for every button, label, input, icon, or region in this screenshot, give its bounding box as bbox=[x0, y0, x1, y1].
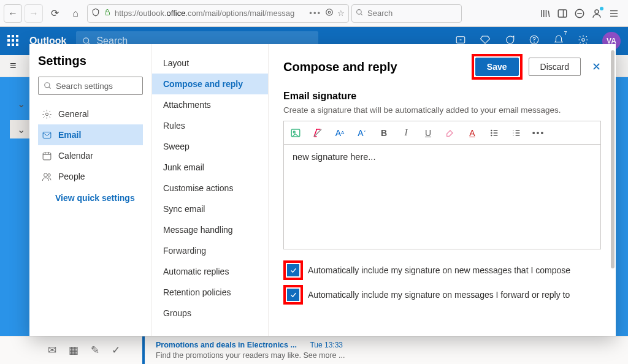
svg-point-21 bbox=[491, 132, 492, 133]
sub-rules[interactable]: Rules bbox=[152, 115, 268, 136]
section-title: Email signature bbox=[283, 91, 601, 102]
tasks-rail-icon[interactable]: ✓ bbox=[112, 344, 120, 357]
settings-search-input[interactable]: Search settings bbox=[38, 77, 143, 95]
browser-search-input[interactable]: Search bbox=[351, 4, 462, 23]
sub-compose-and-reply[interactable]: Compose and reply bbox=[152, 74, 268, 94]
forward-button[interactable]: → bbox=[25, 4, 43, 23]
italic-icon[interactable]: I bbox=[400, 127, 412, 138]
category-email[interactable]: Email bbox=[38, 124, 143, 145]
peek-message[interactable]: Promotions and deals in Electronics ... … bbox=[156, 340, 345, 360]
more-icon[interactable]: ••• bbox=[309, 9, 321, 18]
unread-indicator bbox=[142, 336, 145, 364]
signature-textarea[interactable]: new signature here... bbox=[284, 145, 600, 249]
settings-modal: Settings Search settings General Email C… bbox=[29, 44, 616, 336]
rail-chevron-2[interactable]: ⌄ bbox=[10, 120, 32, 138]
url-bar[interactable]: https://outlook.office.com/mail/options/… bbox=[87, 4, 349, 23]
url-text: https://outlook.office.com/mail/options/… bbox=[115, 9, 294, 18]
svg-point-16 bbox=[44, 173, 48, 176]
sub-sync-email[interactable]: Sync email bbox=[152, 199, 268, 219]
peek-time: Tue 13:33 bbox=[310, 341, 343, 349]
hamburger-icon[interactable]: ≡ bbox=[10, 59, 17, 72]
save-highlight: Save bbox=[472, 54, 523, 80]
reload-button[interactable]: ⟳ bbox=[45, 4, 64, 23]
svg-point-17 bbox=[48, 173, 50, 176]
mail-rail-icon[interactable]: ✉ bbox=[48, 344, 56, 357]
category-people[interactable]: People bbox=[38, 166, 143, 187]
message-peek-row: ✉ ▦ ✎ ✓ Promotions and deals in Electron… bbox=[0, 336, 628, 364]
more-options-icon[interactable]: ••• bbox=[533, 127, 544, 138]
svg-rect-15 bbox=[43, 153, 51, 159]
include-new-checkbox[interactable] bbox=[287, 264, 299, 276]
category-general[interactable]: General bbox=[38, 104, 143, 124]
sub-automatic-replies[interactable]: Automatic replies bbox=[152, 261, 268, 282]
sidebar-toggle-icon[interactable] bbox=[557, 8, 568, 19]
category-label: General bbox=[58, 109, 89, 119]
underline-icon[interactable]: U bbox=[423, 127, 434, 138]
check2-highlight bbox=[283, 285, 303, 305]
svg-point-7 bbox=[83, 37, 89, 43]
font-size-up-icon[interactable]: AA bbox=[334, 127, 345, 138]
settings-categories-column: Settings Search settings General Email C… bbox=[29, 44, 152, 336]
back-button[interactable]: ← bbox=[4, 4, 22, 23]
svg-point-3 bbox=[357, 9, 362, 14]
calendar-icon bbox=[42, 151, 52, 161]
settings-subcategories-column: LayoutCompose and replyAttachmentsRulesS… bbox=[152, 44, 269, 336]
svg-point-6 bbox=[595, 10, 599, 13]
people-icon bbox=[42, 172, 52, 182]
section-description: Create a signature that will be automati… bbox=[283, 105, 601, 115]
svg-rect-14 bbox=[43, 132, 51, 138]
view-quick-settings-link[interactable]: View quick settings bbox=[38, 193, 143, 203]
svg-point-11 bbox=[582, 39, 585, 42]
library-icon[interactable] bbox=[540, 8, 551, 19]
app-launcher-icon[interactable] bbox=[7, 35, 20, 47]
rail-chevron-1[interactable]: ⌄ bbox=[10, 94, 32, 113]
home-button[interactable]: ⌂ bbox=[66, 4, 85, 23]
sub-customise-actions[interactable]: Customise actions bbox=[152, 178, 268, 199]
svg-point-19 bbox=[293, 131, 295, 133]
clear-format-icon[interactable] bbox=[312, 127, 323, 138]
highlight-icon[interactable] bbox=[445, 127, 456, 138]
font-color-icon[interactable]: A bbox=[467, 127, 478, 138]
bookmark-star-icon[interactable]: ☆ bbox=[337, 9, 345, 18]
sub-retention-policies[interactable]: Retention policies bbox=[152, 282, 268, 303]
close-button[interactable]: ✕ bbox=[592, 60, 601, 74]
sub-groups[interactable]: Groups bbox=[152, 303, 268, 324]
svg-rect-0 bbox=[105, 12, 110, 15]
save-button[interactable]: Save bbox=[475, 58, 519, 76]
search-icon bbox=[356, 9, 364, 18]
number-list-icon[interactable] bbox=[511, 127, 522, 138]
svg-point-13 bbox=[45, 113, 48, 115]
calendar-rail-icon[interactable]: ▦ bbox=[69, 344, 78, 357]
settings-title: Settings bbox=[38, 54, 143, 68]
sub-layout[interactable]: Layout bbox=[152, 53, 268, 74]
shield-icon bbox=[91, 8, 100, 18]
check1-highlight bbox=[283, 260, 303, 280]
info-icon[interactable] bbox=[325, 8, 334, 18]
settings-content-column: Compose and reply Save Discard ✕ Email s… bbox=[269, 44, 616, 336]
content-scrollbar[interactable] bbox=[611, 50, 615, 330]
category-label: People bbox=[58, 172, 85, 181]
sub-attachments[interactable]: Attachments bbox=[152, 94, 268, 115]
category-label: Calendar bbox=[58, 151, 93, 161]
sub-sweep[interactable]: Sweep bbox=[152, 136, 268, 157]
check2-label: Automatically include my signature on me… bbox=[308, 290, 570, 300]
browser-right-icons bbox=[535, 8, 624, 19]
account-icon[interactable] bbox=[591, 8, 602, 19]
menu-icon[interactable] bbox=[608, 8, 619, 19]
people-rail-icon[interactable]: ✎ bbox=[91, 344, 99, 357]
bold-icon[interactable]: B bbox=[378, 127, 389, 138]
insert-image-icon[interactable] bbox=[290, 127, 301, 138]
extension-icon[interactable] bbox=[574, 8, 585, 19]
sub-forwarding[interactable]: Forwarding bbox=[152, 240, 268, 261]
bullet-list-icon[interactable] bbox=[489, 127, 500, 138]
category-calendar[interactable]: Calendar bbox=[38, 145, 143, 166]
svg-rect-18 bbox=[291, 129, 300, 137]
include-reply-checkbox[interactable] bbox=[287, 289, 299, 301]
svg-point-2 bbox=[326, 9, 333, 16]
lock-icon bbox=[104, 9, 111, 18]
svg-point-10 bbox=[534, 42, 535, 42]
sub-junk-email[interactable]: Junk email bbox=[152, 157, 268, 178]
sub-message-handling[interactable]: Message handling bbox=[152, 219, 268, 240]
font-size-down-icon[interactable]: A˅ bbox=[356, 127, 367, 138]
discard-button[interactable]: Discard bbox=[529, 58, 581, 76]
